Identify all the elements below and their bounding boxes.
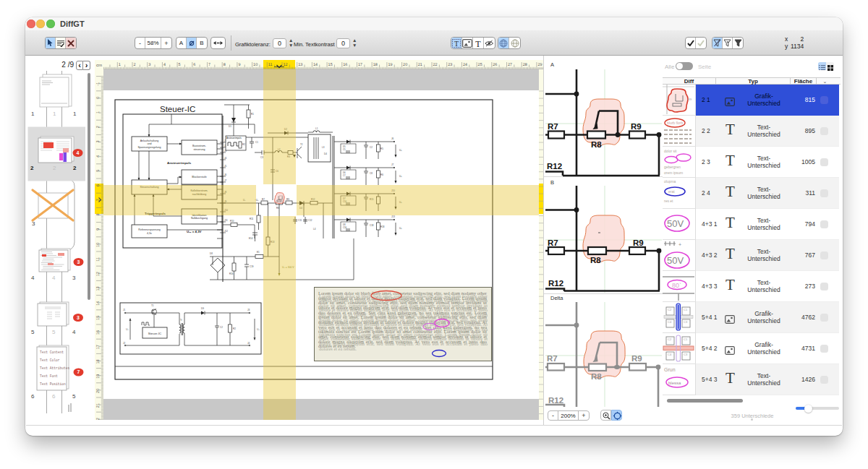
svg-text:erat: erat xyxy=(668,189,675,194)
svg-text:C11: C11 xyxy=(298,219,302,222)
svg-text:res et: res et xyxy=(664,199,673,203)
svg-text:C5: C5 xyxy=(343,148,346,151)
svg-text:C1: C1 xyxy=(684,337,688,341)
svg-text:J6: J6 xyxy=(224,173,227,176)
svg-text:28: 28 xyxy=(523,63,527,67)
svg-text:J5: J5 xyxy=(224,165,227,168)
svg-text:22: 22 xyxy=(433,63,438,67)
svg-text:3: 3 xyxy=(96,140,101,142)
svg-text:R2: R2 xyxy=(242,143,245,146)
svg-text:R12: R12 xyxy=(548,279,563,288)
svg-text:J12: J12 xyxy=(224,230,228,233)
svg-text:Uₑ: Uₑ xyxy=(126,328,129,331)
svg-text:4: 4 xyxy=(52,275,56,281)
svg-text:Delta: Delta xyxy=(550,295,563,301)
svg-text:gebergren: gebergren xyxy=(664,165,681,169)
svg-text:R9: R9 xyxy=(688,98,692,101)
svg-text:und: und xyxy=(148,142,152,145)
svg-text:Uₐ: Uₐ xyxy=(399,175,402,178)
svg-text:R1: R1 xyxy=(251,113,254,116)
svg-text:R8: R8 xyxy=(590,256,601,264)
svg-text:J4: J4 xyxy=(247,342,250,345)
svg-text:Blockierstufe: Blockierstufe xyxy=(192,176,207,178)
svg-text:10: 10 xyxy=(96,243,101,247)
svg-text:Grun: Grun xyxy=(664,367,676,372)
svg-text:Anlaufschaltung: Anlaufschaltung xyxy=(140,139,159,142)
svg-text:6: 6 xyxy=(96,184,101,186)
svg-text:D8: D8 xyxy=(210,252,213,255)
svg-text:Text Attributes: Text Attributes xyxy=(40,366,70,370)
svg-text:R9: R9 xyxy=(631,354,642,363)
svg-text:9: 9 xyxy=(238,63,240,67)
svg-text:1: 1 xyxy=(96,111,101,113)
svg-text:Ansteuerimpuls: Ansteuerimpuls xyxy=(167,161,192,165)
svg-text:1: 1 xyxy=(53,111,56,117)
svg-text:1: 1 xyxy=(119,63,121,67)
svg-text:R10: R10 xyxy=(230,220,234,223)
svg-text:C2: C2 xyxy=(370,146,373,149)
svg-text:2: 2 xyxy=(53,165,56,171)
svg-text:R2: R2 xyxy=(233,327,236,330)
svg-text:R7: R7 xyxy=(548,238,558,247)
svg-text:15: 15 xyxy=(96,316,101,320)
svg-text:J7: J7 xyxy=(224,179,227,182)
svg-text:blurb florb: blurb florb xyxy=(667,121,683,125)
svg-text:Steuer-IC: Steuer-IC xyxy=(148,332,161,335)
svg-text:4: 4 xyxy=(96,155,101,158)
svg-text:4: 4 xyxy=(72,329,76,335)
svg-text:B: B xyxy=(550,179,554,186)
svg-text:Text Color: Text Color xyxy=(40,358,60,362)
svg-text:L1: L1 xyxy=(315,127,318,130)
svg-text:Referenzspannung: Referenzspannung xyxy=(138,228,160,231)
svg-text:16: 16 xyxy=(96,330,101,335)
svg-text:6: 6 xyxy=(31,393,35,400)
svg-text:R7: R7 xyxy=(547,354,558,363)
svg-text:19: 19 xyxy=(96,374,101,379)
svg-text:10: 10 xyxy=(253,63,258,67)
svg-text:11: 11 xyxy=(96,257,101,262)
svg-text:23: 23 xyxy=(448,63,452,67)
svg-text:R9: R9 xyxy=(633,238,644,247)
svg-text:Basisstrom-: Basisstrom- xyxy=(192,145,207,147)
svg-text:J4: J4 xyxy=(224,157,227,160)
svg-text:C19: C19 xyxy=(250,265,254,268)
svg-text:T2: T2 xyxy=(300,143,303,146)
svg-text:2: 2 xyxy=(134,63,136,67)
svg-text:5: 5 xyxy=(52,329,56,335)
svg-text:13: 13 xyxy=(96,286,101,291)
svg-text:14: 14 xyxy=(313,63,318,67)
svg-text:C12: C12 xyxy=(308,219,312,222)
svg-text:R18: R18 xyxy=(380,225,385,228)
svg-text:3: 3 xyxy=(32,220,35,227)
svg-text:ˎ80ˋ: ˎ80ˋ xyxy=(670,282,681,289)
svg-text:+: + xyxy=(678,242,681,247)
svg-text:17: 17 xyxy=(96,345,101,349)
svg-text:20: 20 xyxy=(403,63,407,67)
svg-text:17: 17 xyxy=(358,63,362,67)
svg-text:E14: E14 xyxy=(249,237,253,240)
svg-text:2: 2 xyxy=(73,165,77,171)
svg-text:C2: C2 xyxy=(668,308,672,311)
svg-text:29: 29 xyxy=(537,63,542,67)
svg-text:13: 13 xyxy=(298,63,302,67)
svg-text:dolor sit: dolor sit xyxy=(664,149,677,153)
svg-text:C18: C18 xyxy=(370,224,374,227)
svg-text:Ansteuerimpuls: Ansteuerimpuls xyxy=(226,137,242,139)
svg-text:R12: R12 xyxy=(547,162,562,171)
svg-text:3: 3 xyxy=(72,275,76,281)
svg-text:27: 27 xyxy=(508,63,512,67)
svg-text:20: 20 xyxy=(96,389,101,393)
svg-text:C3: C3 xyxy=(684,353,688,356)
svg-text:16: 16 xyxy=(343,63,347,67)
svg-text:L4: L4 xyxy=(313,228,316,231)
svg-text:4: 4 xyxy=(77,150,80,155)
svg-text:6: 6 xyxy=(52,393,56,400)
svg-text:J11: J11 xyxy=(224,219,228,222)
svg-text:21: 21 xyxy=(418,63,422,67)
svg-text:5: 5 xyxy=(96,170,101,172)
svg-text:5: 5 xyxy=(179,63,181,67)
svg-text:A: A xyxy=(550,61,554,68)
svg-text:Spannungsregelung: Spannungsregelung xyxy=(137,146,161,149)
svg-text:Uₐ: Uₐ xyxy=(399,227,402,230)
svg-text:19: 19 xyxy=(388,63,392,67)
